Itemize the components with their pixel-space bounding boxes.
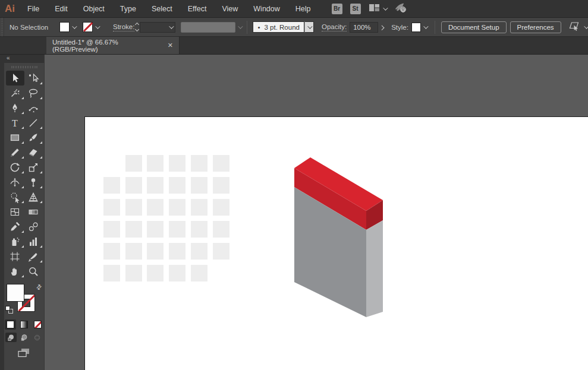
chevron-right-icon: [379, 25, 384, 30]
preferences-button[interactable]: Preferences: [510, 21, 561, 33]
menu-window[interactable]: Window: [246, 5, 287, 13]
stroke-swatch[interactable]: [83, 22, 93, 32]
fill-swatch[interactable]: [59, 22, 70, 32]
opacity-label[interactable]: Opacity:: [322, 23, 347, 31]
scale-tool[interactable]: [24, 160, 43, 175]
document-tab-bar: Untitled-1* @ 66.67% (RGB/Preview) ✕: [0, 37, 588, 55]
lasso-tool[interactable]: [24, 86, 43, 100]
swap-fill-stroke-icon[interactable]: ⇄: [34, 283, 44, 292]
artboard[interactable]: [84, 116, 588, 370]
stroke-weight-label[interactable]: Stroke:: [113, 23, 134, 31]
menu-edit[interactable]: Edit: [47, 5, 76, 13]
hand-tool[interactable]: [6, 264, 24, 279]
bridge-button[interactable]: Br: [332, 4, 342, 14]
style-swatch[interactable]: [411, 23, 421, 32]
opacity-field[interactable]: 100%: [350, 22, 378, 33]
variable-width-dropdown[interactable]: [304, 21, 314, 33]
puppet-warp-tool[interactable]: [24, 175, 43, 189]
style-dropdown[interactable]: [421, 22, 429, 32]
paintbrush-tool[interactable]: [24, 130, 43, 145]
blend-tool[interactable]: [24, 219, 43, 234]
touch-workspace-switcher[interactable]: [568, 21, 587, 34]
stroke-swatch-dropdown[interactable]: [93, 22, 101, 32]
workspace-switcher[interactable]: [369, 3, 386, 15]
fill-color-box[interactable]: [7, 284, 24, 302]
gradient-icon: [27, 206, 39, 218]
document-setup-button[interactable]: Document Setup: [441, 21, 507, 33]
default-fill-stroke-icon[interactable]: [5, 306, 10, 311]
isometric-box-artwork[interactable]: [85, 117, 588, 370]
menu-view[interactable]: View: [214, 5, 246, 13]
draw-behind-button[interactable]: [18, 333, 30, 342]
chevron-down-icon: [169, 24, 174, 29]
menu-effect[interactable]: Effect: [180, 5, 215, 13]
gpu-performance-icon[interactable]: [394, 2, 407, 15]
blend-icon: [27, 221, 39, 233]
variable-width-profile-field[interactable]: • 3 pt. Round: [253, 21, 304, 33]
selection-tool[interactable]: [6, 71, 24, 86]
divider: [247, 21, 247, 34]
selection-icon: [9, 72, 21, 84]
stock-button[interactable]: St: [350, 4, 361, 14]
type-icon: T: [9, 117, 21, 129]
gradient-tool[interactable]: [24, 204, 43, 219]
eyedropper-tool[interactable]: [6, 219, 24, 234]
color-swatch-icon: [7, 321, 14, 328]
puppet-warp-icon: [27, 176, 39, 188]
menu-help[interactable]: Help: [288, 5, 319, 13]
document-tab[interactable]: Untitled-1* @ 66.67% (RGB/Preview) ✕: [46, 37, 180, 54]
pencil-tool[interactable]: [6, 145, 24, 160]
width-tool[interactable]: [6, 175, 24, 189]
draw-behind-icon: [20, 334, 29, 341]
perspective-grid-icon: [27, 191, 39, 203]
color-mode-button[interactable]: [5, 320, 16, 330]
mesh-tool[interactable]: [6, 204, 24, 219]
shape-builder-icon: [9, 191, 21, 203]
menu-file[interactable]: File: [20, 5, 47, 13]
chevron-down-icon: [307, 24, 312, 29]
none-mode-button[interactable]: [32, 320, 43, 330]
hand-icon: [9, 265, 21, 277]
menu-select[interactable]: Select: [144, 5, 180, 13]
column-graph-tool[interactable]: [24, 234, 43, 249]
screen-mode-button[interactable]: [17, 347, 32, 361]
direct-selection-tool[interactable]: [24, 71, 43, 86]
stroke-weight-stepper[interactable]: [136, 23, 139, 31]
menu-items: FileEditObjectTypeSelectEffectViewWindow…: [20, 5, 319, 13]
close-tab-icon[interactable]: ✕: [168, 42, 173, 49]
chevron-down-icon: [423, 24, 428, 29]
shape-builder-tool[interactable]: [6, 189, 24, 204]
rotate-tool[interactable]: [6, 160, 24, 175]
ai-logo: Ai: [0, 3, 20, 15]
draw-normal-icon: [7, 334, 15, 341]
drawing-mode-buttons: [5, 333, 43, 342]
panel-grip[interactable]: [11, 66, 37, 68]
magic-wand-tool[interactable]: [6, 86, 24, 100]
curvature-tool[interactable]: [24, 100, 43, 115]
collapse-panel-icon[interactable]: «: [4, 55, 44, 63]
style-label: Style:: [391, 24, 408, 31]
eraser-tool[interactable]: [24, 145, 43, 160]
symbol-sprayer-tool[interactable]: [6, 234, 24, 249]
rectangle-tool[interactable]: [6, 130, 24, 145]
panel-grip[interactable]: [0, 18, 4, 36]
menu-type[interactable]: Type: [112, 5, 144, 13]
pasteboard[interactable]: [45, 55, 588, 370]
menu-object[interactable]: Object: [76, 5, 112, 13]
fill-swatch-dropdown[interactable]: [70, 22, 78, 32]
perspective-grid-tool[interactable]: [24, 189, 43, 204]
zoom-tool[interactable]: [24, 264, 43, 279]
stroke-weight-field[interactable]: [140, 22, 175, 33]
opacity-dropdown[interactable]: [378, 22, 386, 32]
draw-normal-button[interactable]: [5, 333, 17, 342]
type-tool[interactable]: T: [6, 115, 24, 130]
artboard-tool[interactable]: [6, 249, 24, 264]
pen-icon: [9, 102, 21, 114]
scale-icon: [27, 162, 39, 173]
gradient-mode-button[interactable]: [18, 320, 30, 330]
slice-tool[interactable]: [24, 249, 43, 264]
pen-tool[interactable]: [6, 100, 24, 115]
eyedropper-icon: [9, 221, 21, 233]
box-side-face[interactable]: [366, 220, 383, 317]
line-segment-tool[interactable]: [24, 115, 43, 130]
